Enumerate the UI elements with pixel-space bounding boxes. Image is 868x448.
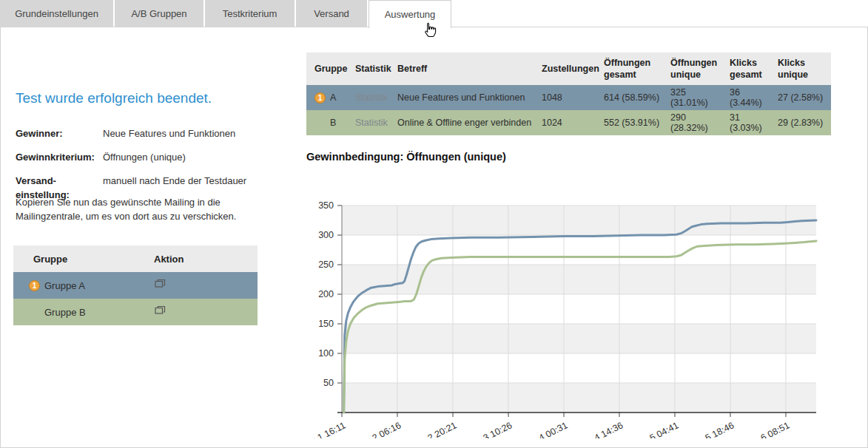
winner-medal-icon: 1 xyxy=(29,280,40,291)
group-row-b: Gruppe B xyxy=(13,299,258,325)
column-header-statistik: Statistik xyxy=(355,63,397,75)
x-tick-label: Tag 6 08:51 xyxy=(744,420,792,438)
group-name: Gruppe B xyxy=(44,307,86,318)
stats-row-b: B Statistik Online & Offline enger verbi… xyxy=(306,110,831,135)
chart-band xyxy=(342,324,816,353)
chart-title: Gewinnbedingung: Öffnungen (unique) xyxy=(306,151,506,163)
detail-value: Neue Features und Funktionen xyxy=(103,127,235,141)
y-tick-label: 250 xyxy=(318,259,334,270)
stats-table-header: Gruppe Statistik Betreff Zustellungen Öf… xyxy=(306,52,831,85)
statistik-link[interactable]: Statistik xyxy=(355,92,388,103)
y-tick-label: 100 xyxy=(318,348,334,359)
stats-row-a: 1 A Statistik Neue Features und Funktion… xyxy=(306,85,831,110)
detail-value: Öffnungen (unique) xyxy=(103,151,186,165)
ab-stats-table: Gruppe Statistik Betreff Zustellungen Öf… xyxy=(306,52,831,135)
y-tick-label: 150 xyxy=(318,319,334,329)
chart-canvas: 50100150200250300350Tag 1 16:11Tag 2 06:… xyxy=(304,172,868,438)
group-letter: B xyxy=(330,118,336,128)
x-tick-label: Tag 5 18:46 xyxy=(688,420,736,438)
tab-grundeinstellungen[interactable]: Grundeinstellungen xyxy=(0,0,113,27)
copy-icon xyxy=(154,305,166,316)
detail-gewinner: Gewinner: Neue Features und Funktionen xyxy=(16,127,282,141)
column-header-betreff: Betreff xyxy=(397,63,542,75)
klicks-unique-cell: 27 (2.58%) xyxy=(778,92,831,103)
result-message: Test wurde erfolgreich beendet. xyxy=(16,90,212,106)
tab-testkriterium[interactable]: Testkriterium xyxy=(205,0,295,27)
betreff-cell: Online & Offline enger verbinden xyxy=(397,118,542,128)
chart-area: 50100150200250300350Tag 1 16:11Tag 2 06:… xyxy=(304,172,868,438)
group-row-a: 1 Gruppe A xyxy=(13,272,258,299)
tab-versand[interactable]: Versand xyxy=(296,0,367,27)
x-tick-label: Tag 5 04:41 xyxy=(633,420,681,438)
group-table-header: Gruppe Aktion xyxy=(13,245,258,272)
chart-band xyxy=(342,383,816,413)
statistik-link[interactable]: Statistik xyxy=(355,118,388,128)
klicks-gesamt-cell: 36 (3.44%) xyxy=(730,87,778,108)
auswertung-panel: Test wurde erfolgreich beendet. Gewinner… xyxy=(0,27,868,448)
detail-label: Gewinner: xyxy=(16,127,103,141)
copy-mailing-button[interactable] xyxy=(154,305,166,316)
x-tick-label: Tag 4 14:36 xyxy=(577,420,625,438)
y-tick-label: 50 xyxy=(323,378,334,388)
tab-auswertung[interactable]: Auswertung xyxy=(369,0,451,28)
y-tick-label: 200 xyxy=(318,289,334,299)
column-header-gruppe: Gruppe xyxy=(306,63,355,75)
cursor-hand-icon xyxy=(423,21,437,42)
zustellungen-cell: 1024 xyxy=(542,118,604,128)
chart-band xyxy=(342,206,816,235)
oeffnungen-unique-cell: 290 (28.32%) xyxy=(670,112,730,133)
group-letter: A xyxy=(330,92,336,103)
betreff-cell: Neue Features und Funktionen xyxy=(397,92,542,103)
x-tick-label: Tag 3 10:26 xyxy=(466,420,514,438)
oeffnungen-unique-cell: 325 (31.01%) xyxy=(670,87,730,108)
detail-label: Gewinnkriterium: xyxy=(16,151,103,165)
copy-icon xyxy=(154,279,166,290)
y-tick-label: 300 xyxy=(318,230,334,240)
klicks-gesamt-cell: 31 (3.03%) xyxy=(730,112,778,133)
copy-instruction-note: Kopieren Sie nun das gewünschte Mailing … xyxy=(16,196,254,224)
zustellungen-cell: 1048 xyxy=(542,92,604,103)
group-action-table: Gruppe Aktion 1 Gruppe A Gruppe B xyxy=(13,245,258,325)
column-header-aktion: Aktion xyxy=(154,254,184,265)
oeffnungen-gesamt-cell: 552 (53.91%) xyxy=(604,118,670,128)
x-tick-label: Tag 2 20:21 xyxy=(411,420,459,438)
x-tick-label: Tag 4 00:31 xyxy=(522,420,570,438)
tab-bar: Grundeinstellungen A/B Gruppen Testkrite… xyxy=(0,0,451,27)
klicks-unique-cell: 29 (2.83%) xyxy=(778,118,831,128)
oeffnungen-gesamt-cell: 614 (58.59%) xyxy=(604,92,670,103)
x-tick-label: Tag 1 16:11 xyxy=(304,420,347,438)
column-header-gruppe: Gruppe xyxy=(13,254,154,265)
copy-mailing-button[interactable] xyxy=(154,279,166,290)
column-header-oeffnungen-unique: Öffnungen unique xyxy=(670,57,730,81)
detail-gewinnkriterium: Gewinnkriterium: Öffnungen (unique) xyxy=(16,151,282,165)
x-tick-label: Tag 2 06:16 xyxy=(355,420,403,438)
column-header-klicks-gesamt: Klicks gesamt xyxy=(730,57,778,81)
group-name: Gruppe A xyxy=(44,280,85,291)
column-header-klicks-unique: Klicks unique xyxy=(778,57,831,81)
y-tick-label: 350 xyxy=(318,200,334,211)
tab-ab-gruppen[interactable]: A/B Gruppen xyxy=(115,0,203,27)
column-header-oeffnungen-gesamt: Öffnungen gesamt xyxy=(604,57,670,81)
column-header-zustellungen: Zustellungen xyxy=(542,63,604,75)
chart-band xyxy=(342,265,816,294)
winner-medal-icon: 1 xyxy=(314,92,326,103)
